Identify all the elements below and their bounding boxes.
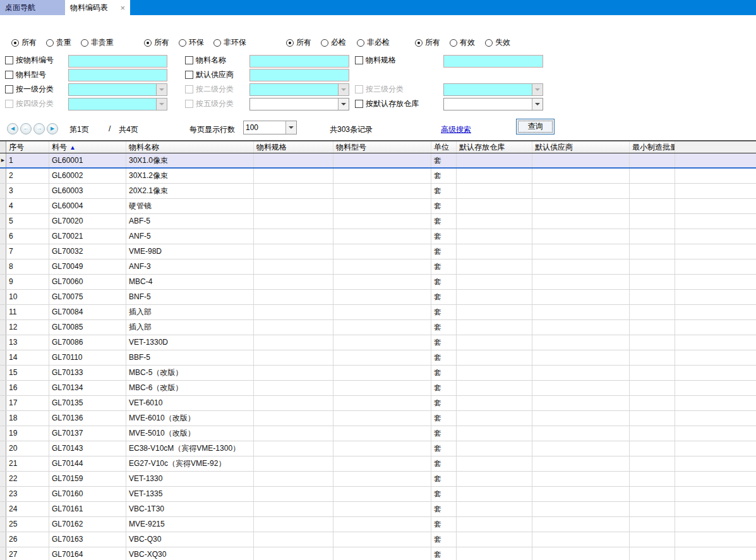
table-row[interactable]: 11GL70084插入部套 (0, 305, 756, 320)
radio-invalid[interactable]: 失效 (485, 38, 510, 47)
row-gutter[interactable] (0, 290, 6, 304)
table-row[interactable]: 23GL70160VET-1335套 (0, 487, 756, 502)
radio-not-precious[interactable]: 非贵重 (81, 38, 114, 47)
default-supplier-input[interactable] (249, 69, 349, 81)
table-row[interactable]: 10GL70075BNF-5套 (0, 290, 756, 305)
table-row[interactable]: 6GL70021ANF-5套 (0, 229, 756, 244)
row-gutter[interactable] (0, 244, 6, 259)
row-gutter[interactable] (0, 259, 6, 274)
tab-desktop-nav[interactable]: 桌面导航 (0, 0, 65, 15)
query-button[interactable]: 查询 (516, 119, 555, 134)
table-row[interactable]: ▶1GL6000130X1.0像束套 (0, 153, 756, 169)
column-header-supplier[interactable]: 默认供应商 (532, 141, 630, 153)
row-gutter[interactable] (0, 487, 6, 501)
row-gutter[interactable] (0, 411, 6, 426)
table-row[interactable]: 4GL60004硬管镜套 (0, 199, 756, 214)
column-header-unit[interactable]: 单位 (431, 141, 457, 153)
table-row[interactable]: 16GL70134MBC-6（改版）套 (0, 381, 756, 396)
radio-not-inspect[interactable]: 非必检 (357, 38, 390, 47)
first-page-button[interactable]: ◀ (7, 123, 18, 134)
row-gutter[interactable] (0, 532, 6, 547)
material-name-input[interactable] (249, 55, 349, 68)
table-row[interactable]: 17GL70135VET-6010套 (0, 396, 756, 411)
filter-material-model[interactable]: 物料型号 (5, 70, 46, 80)
close-icon[interactable]: × (116, 4, 125, 12)
table-row[interactable]: 7GL70032VME-98D套 (0, 244, 756, 259)
table-row[interactable]: 12GL70085插入部套 (0, 320, 756, 335)
table-row[interactable]: 15GL70133MBC-5（改版）套 (0, 366, 756, 381)
table-row[interactable]: 2GL6000230X1.2像束套 (0, 169, 756, 184)
table-row[interactable]: 13GL70086VET-1330D套 (0, 335, 756, 350)
row-gutter[interactable] (0, 275, 6, 289)
column-header-filler[interactable] (675, 141, 756, 153)
row-gutter[interactable] (0, 199, 6, 213)
row-gutter[interactable] (0, 214, 6, 229)
rows-per-page-select[interactable]: 100 (243, 121, 297, 134)
table-row[interactable]: 19GL70137MVE-5010（改版）套 (0, 426, 756, 441)
table-row[interactable]: 27GL70164VBC-XQ30套 (0, 547, 756, 560)
row-gutter[interactable] (0, 381, 6, 395)
row-gutter[interactable] (0, 517, 6, 532)
filter-material-spec[interactable]: 物料规格 (355, 56, 396, 65)
filter-default-supplier[interactable]: 默认供应商 (185, 70, 234, 80)
row-gutter[interactable] (0, 456, 6, 471)
column-header-seq[interactable]: 序号 (6, 141, 49, 153)
column-header-warehouse[interactable]: 默认存放仓库 (457, 141, 532, 153)
radio-precious[interactable]: 贵重 (46, 38, 71, 47)
radio-not-env[interactable]: 非环保 (213, 38, 246, 47)
filter-by-part-no[interactable]: 按物料编号 (5, 56, 54, 65)
table-row[interactable]: 9GL70060MBC-4套 (0, 275, 756, 290)
radio-env-all[interactable]: 所有 (144, 38, 169, 47)
row-gutter[interactable] (0, 184, 6, 198)
radio-inspect-all[interactable]: 所有 (286, 38, 311, 47)
table-row[interactable]: 26GL70163VBC-Q30套 (0, 532, 756, 547)
next-page-button[interactable]: → (33, 123, 45, 134)
last-page-button[interactable]: ▶ (47, 123, 58, 134)
row-gutter[interactable] (0, 305, 6, 319)
table-row[interactable]: 25GL70162MVE-9215套 (0, 517, 756, 532)
radio-valid-all[interactable]: 所有 (415, 38, 440, 47)
prev-page-button[interactable]: ← (20, 123, 32, 134)
column-header-part_no[interactable]: 料号▲ (49, 141, 126, 153)
default-warehouse-select[interactable] (443, 98, 543, 110)
row-gutter[interactable] (0, 502, 6, 516)
row-gutter[interactable] (0, 366, 6, 380)
column-header-model[interactable]: 物料型号 (333, 141, 431, 153)
row-gutter[interactable] (0, 441, 6, 456)
tab-material-code-table[interactable]: 物料编码表 × (65, 0, 130, 15)
row-gutter[interactable] (0, 229, 6, 244)
table-row[interactable]: 8GL70049ANF-3套 (0, 259, 756, 275)
radio-must-inspect[interactable]: 必检 (321, 38, 346, 47)
column-header-spec[interactable]: 物料规格 (254, 141, 333, 153)
filter-category-1[interactable]: 按一级分类 (5, 85, 54, 94)
part-no-input[interactable] (68, 55, 167, 68)
filter-default-warehouse[interactable]: 按默认存放仓库 (355, 99, 419, 109)
row-gutter[interactable] (0, 320, 6, 335)
row-gutter[interactable] (0, 350, 6, 365)
material-model-input[interactable] (68, 69, 167, 81)
radio-env[interactable]: 环保 (179, 38, 204, 47)
row-gutter[interactable] (0, 335, 6, 350)
category-5-select[interactable] (249, 98, 349, 110)
table-row[interactable]: 24GL70161VBC-1T30套 (0, 502, 756, 517)
table-row[interactable]: 18GL70136MVE-6010（改版）套 (0, 411, 756, 426)
table-row[interactable]: 21GL70144EG27-V10c（宾得VME-92）套 (0, 456, 756, 472)
column-header-name[interactable]: 物料名称 (126, 141, 254, 153)
material-spec-input[interactable] (443, 55, 543, 68)
table-row[interactable]: 14GL70110BBF-5套 (0, 350, 756, 366)
row-gutter[interactable] (0, 396, 6, 410)
table-row[interactable]: 20GL70143EC38-V10cM（宾得VME-1300）套 (0, 441, 756, 456)
table-row[interactable]: 5GL70020ABF-5套 (0, 214, 756, 229)
table-row[interactable]: 22GL70159VET-1330套 (0, 472, 756, 487)
radio-precious-all[interactable]: 所有 (11, 38, 37, 47)
table-row[interactable]: 3GL6000320X2.1像束套 (0, 184, 756, 199)
row-gutter[interactable] (0, 547, 6, 560)
column-header-min_batch[interactable]: 最小制造批量 (630, 141, 675, 153)
filter-material-name[interactable]: 物料名称 (185, 56, 226, 65)
category-1-select[interactable] (68, 83, 167, 96)
row-marker-icon[interactable]: ▶ (0, 153, 6, 167)
radio-valid[interactable]: 有效 (450, 38, 475, 47)
advanced-search-link[interactable]: 高级搜索 (441, 124, 471, 135)
row-gutter[interactable] (0, 472, 6, 486)
row-gutter[interactable] (0, 426, 6, 441)
